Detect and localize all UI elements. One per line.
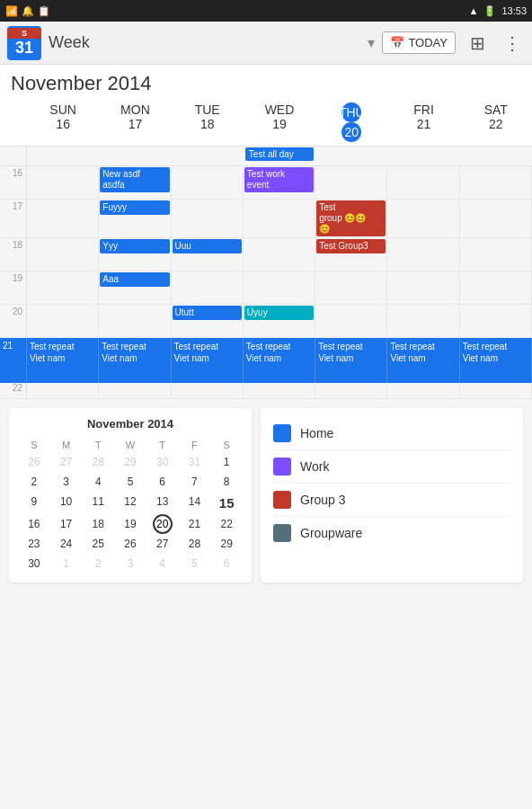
today-button[interactable]: 📅 TODAY	[382, 31, 456, 54]
event-uuu[interactable]: Uuu	[173, 239, 242, 253]
event-yyy[interactable]: Yyy	[100, 239, 169, 253]
mini-cal-day-3[interactable]: 3	[50, 472, 83, 492]
cell-17-mon[interactable]: Fuyyy	[99, 200, 171, 237]
repeat-cell-wed[interactable]: Test repeatViet nam	[244, 338, 315, 383]
mini-cal-day-18[interactable]: 18	[82, 514, 114, 534]
mini-cal-day-7[interactable]: 7	[179, 472, 211, 492]
event-fuyyy[interactable]: Fuyyy	[100, 200, 169, 215]
mini-cal-day-21[interactable]: 21	[179, 514, 211, 534]
mini-cal-day-9[interactable]: 9	[18, 492, 50, 514]
cell-20-tue[interactable]: Ututt	[172, 305, 244, 337]
day-name-sun: SUN	[27, 102, 99, 117]
mini-cal-day-4b[interactable]: 4	[146, 554, 179, 573]
mini-cal-day-6b[interactable]: 6	[210, 554, 243, 573]
mini-cal-day-14[interactable]: 14	[179, 492, 211, 514]
mini-cal-day-26[interactable]: 26	[114, 534, 146, 554]
mini-cal-day-22[interactable]: 22	[210, 514, 243, 534]
dropdown-arrow[interactable]: ▾	[368, 34, 375, 51]
legend-work[interactable]: Work	[273, 450, 510, 484]
mini-cal-day-24[interactable]: 24	[50, 534, 83, 554]
cell-16-mon[interactable]: New asdfasdfa	[99, 166, 171, 199]
mini-cal-day-6[interactable]: 6	[146, 472, 179, 492]
repeat-cell-thu[interactable]: Test repeatViet nam	[315, 338, 387, 383]
mini-cal-day-15[interactable]: 15	[210, 492, 243, 514]
mini-cal-day-1b[interactable]: 1	[50, 554, 83, 573]
event-aaa[interactable]: Aaa	[100, 272, 169, 287]
cell-20-wed[interactable]: Uyuy	[244, 305, 315, 337]
mini-cal-day-17[interactable]: 17	[50, 514, 83, 534]
repeat-cell-sun[interactable]: Test repeatViet nam	[27, 338, 99, 383]
row-22: 22	[0, 383, 532, 399]
mini-cal-day-16[interactable]: 16	[18, 514, 50, 534]
mini-cal-day-3b[interactable]: 3	[114, 554, 146, 573]
more-options-button[interactable]: ⋮	[500, 31, 525, 56]
repeat-cell-fri[interactable]: Test repeatViet nam	[387, 338, 459, 383]
cell-18-thu[interactable]: Test Group3	[315, 238, 387, 271]
legend-groupware[interactable]: Groupware	[273, 517, 510, 549]
cell-18-mon[interactable]: Yyy	[99, 238, 171, 271]
mini-cal-day-27[interactable]: 27	[146, 534, 179, 554]
event-new-asdf[interactable]: New asdfasdfa	[100, 167, 169, 192]
cell-18-fri	[387, 238, 459, 271]
day-header-fri: FRI 21	[387, 99, 459, 146]
notification-icon: 🔔	[22, 5, 34, 17]
event-ututt[interactable]: Ututt	[173, 306, 242, 320]
mini-cal-day-29[interactable]: 29	[210, 534, 243, 554]
repeat-event-sat[interactable]: Test repeatViet nam	[463, 341, 528, 364]
day-name-thu: THU	[341, 102, 361, 122]
cell-17-thu[interactable]: Testgroup 😊😊😊	[315, 200, 387, 237]
mini-cal-day-25[interactable]: 25	[82, 534, 114, 554]
repeat-event-thu[interactable]: Test repeatViet nam	[318, 341, 384, 364]
cell-19-mon[interactable]: Aaa	[99, 271, 171, 304]
allday-event[interactable]: Test all day	[245, 147, 314, 161]
add-event-button[interactable]: ⊞	[466, 31, 489, 56]
repeat-cell-tue[interactable]: Test repeatViet nam	[172, 338, 244, 383]
day-name-sat: SAT	[460, 102, 532, 117]
mini-cal-day-4[interactable]: 4	[82, 472, 114, 492]
repeat-cell-mon[interactable]: Test repeatViet nam	[99, 338, 171, 383]
mini-cal-day-13[interactable]: 13	[146, 492, 179, 514]
mini-cal-day-26a[interactable]: 26	[18, 452, 50, 472]
mini-cal-day-28a[interactable]: 28	[82, 452, 114, 472]
app-icon[interactable]: S 31	[7, 26, 41, 60]
repeat-event-sun[interactable]: Test repeatViet nam	[30, 341, 95, 364]
mini-cal-day-2b[interactable]: 2	[82, 554, 114, 573]
cell-16-wed[interactable]: Test workevent	[244, 166, 315, 199]
mini-cal-day-11[interactable]: 11	[82, 492, 114, 514]
mini-cal-day-5b[interactable]: 5	[179, 554, 211, 573]
repeat-event-fri[interactable]: Test repeatViet nam	[390, 341, 456, 364]
event-test-group3[interactable]: Test Group3	[316, 239, 386, 253]
repeat-event-mon[interactable]: Test repeatViet nam	[102, 341, 167, 364]
legend-group3[interactable]: Group 3	[273, 484, 510, 517]
mini-cal-day-30a[interactable]: 30	[146, 452, 179, 472]
mini-cal-day-29a[interactable]: 29	[114, 452, 146, 472]
mini-cal-day-5[interactable]: 5	[114, 472, 146, 492]
mini-cal-day-23[interactable]: 23	[18, 534, 50, 554]
repeat-cell-sat[interactable]: Test repeatViet nam	[460, 338, 532, 383]
mini-cal-day-1[interactable]: 1	[210, 452, 243, 472]
repeat-event-wed[interactable]: Test repeatViet nam	[246, 341, 312, 364]
event-test-work[interactable]: Test workevent	[244, 167, 314, 192]
cell-16-sun	[27, 166, 99, 199]
mini-cal-day-20[interactable]: 20	[153, 514, 173, 534]
mini-calendar[interactable]: November 2014 S M T W T F S 26 27 28 29 …	[9, 408, 252, 582]
mini-cal-day-19[interactable]: 19	[114, 514, 146, 534]
mini-cal-day-20-wrap[interactable]: 20	[146, 514, 179, 534]
mini-cal-day-31a[interactable]: 31	[179, 452, 211, 472]
legend-home[interactable]: Home	[273, 417, 510, 450]
mini-cal-day-27a[interactable]: 27	[50, 452, 83, 472]
event-uyuy[interactable]: Uyuy	[244, 306, 314, 320]
mini-cal-day-10[interactable]: 10	[50, 492, 83, 514]
cell-17-tue	[172, 200, 244, 237]
repeat-event-tue[interactable]: Test repeatViet nam	[174, 341, 240, 364]
mini-cal-day-2[interactable]: 2	[18, 472, 50, 492]
cell-18-tue[interactable]: Uuu	[172, 238, 244, 271]
mini-cal-day-8[interactable]: 8	[210, 472, 243, 492]
event-test-group[interactable]: Testgroup 😊😊😊	[316, 200, 386, 236]
mini-cal-day-30[interactable]: 30	[18, 554, 50, 573]
allday-wed[interactable]: Test all day	[244, 147, 315, 165]
mini-cal-day-28[interactable]: 28	[179, 534, 211, 554]
mini-cal-day-12[interactable]: 12	[114, 492, 146, 514]
cell-20-sun	[27, 305, 99, 337]
day-name-fri: FRI	[387, 102, 459, 117]
